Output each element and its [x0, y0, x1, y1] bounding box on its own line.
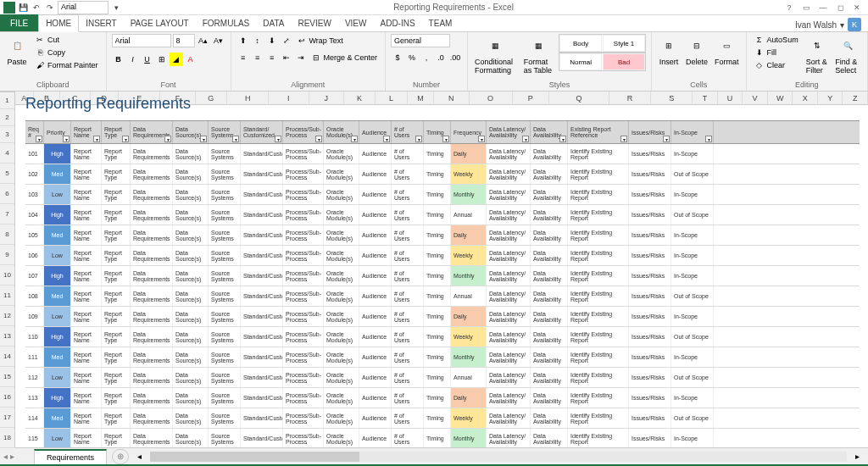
- undo-button[interactable]: ↶: [31, 2, 42, 14]
- cell[interactable]: Data Source(s): [173, 408, 209, 428]
- border-button[interactable]: ⊞: [155, 53, 169, 66]
- filter-icon[interactable]: ▾: [315, 136, 322, 142]
- cell[interactable]: Data Requirements: [131, 408, 173, 428]
- cell[interactable]: Source Systems: [209, 266, 241, 286]
- cell[interactable]: Oracle Module(s): [324, 205, 359, 225]
- cell[interactable]: 103: [25, 185, 44, 204]
- cell[interactable]: Standard/Customized: [241, 266, 283, 286]
- cell[interactable]: Oracle Module(s): [324, 246, 359, 265]
- col-header[interactable]: T: [693, 92, 718, 104]
- cell[interactable]: Audience: [359, 368, 392, 387]
- sheet-tab-requirements[interactable]: Requirements: [34, 449, 107, 464]
- filter-icon[interactable]: ▾: [705, 136, 712, 142]
- cell[interactable]: Timing: [424, 185, 451, 204]
- cell[interactable]: Process/Sub-Process: [283, 327, 324, 347]
- filter-icon[interactable]: ▾: [522, 136, 529, 142]
- cell[interactable]: Timing: [424, 205, 451, 225]
- cell[interactable]: Data Requirements: [131, 164, 173, 184]
- sort-filter-button[interactable]: ⇅Sort & Filter: [804, 34, 831, 76]
- cell[interactable]: Low: [44, 307, 71, 326]
- cell[interactable]: Standard/Customized: [241, 144, 283, 164]
- cell[interactable]: Identify Existing Report: [568, 388, 629, 408]
- cell[interactable]: Data Availability: [531, 368, 568, 387]
- row-header[interactable]: 10: [0, 265, 14, 286]
- cell[interactable]: Timing: [424, 164, 451, 184]
- cell[interactable]: Issues/Risks: [629, 388, 671, 408]
- row-header[interactable]: 3: [0, 126, 14, 143]
- cell[interactable]: High: [44, 205, 71, 225]
- cell[interactable]: Data Latency/ Availability: [487, 307, 531, 326]
- cell[interactable]: Identify Existing Report: [568, 144, 629, 164]
- currency-icon[interactable]: $: [391, 51, 404, 64]
- cell[interactable]: # of Users: [392, 225, 424, 245]
- cell[interactable]: Process/Sub-Process: [283, 368, 324, 387]
- cell[interactable]: Audience: [359, 307, 392, 326]
- cell[interactable]: Report Type: [102, 347, 131, 367]
- cell[interactable]: Daily: [451, 388, 487, 408]
- cell[interactable]: Oracle Module(s): [324, 429, 359, 447]
- align-bottom-icon[interactable]: ⬇: [265, 34, 279, 47]
- tab-formulas[interactable]: FORMULAS: [196, 15, 257, 31]
- cell[interactable]: 101: [25, 144, 44, 164]
- cell[interactable]: Issues/Risks: [629, 327, 671, 347]
- column-header[interactable]: Report Type▾: [102, 121, 131, 143]
- cell[interactable]: Identify Existing Report: [568, 205, 629, 225]
- cell[interactable]: Data Latency/ Availability: [487, 327, 531, 347]
- cell[interactable]: Report Type: [102, 307, 131, 326]
- cell[interactable]: Data Source(s): [173, 286, 209, 306]
- col-header[interactable]: X: [793, 92, 818, 104]
- cell[interactable]: Oracle Module(s): [324, 327, 359, 347]
- cell[interactable]: Identify Existing Report: [568, 185, 629, 204]
- style-body[interactable]: Body: [559, 35, 602, 52]
- cell[interactable]: 113: [25, 388, 44, 408]
- column-header[interactable]: Data Source(s)▾: [173, 121, 209, 143]
- cell[interactable]: Data Availability: [531, 388, 568, 408]
- cell[interactable]: Audience: [359, 246, 392, 265]
- cell[interactable]: Monthly: [451, 266, 487, 286]
- cell[interactable]: Issues/Risks: [629, 164, 671, 184]
- cell[interactable]: High: [44, 266, 71, 286]
- cell[interactable]: # of Users: [392, 286, 424, 306]
- cell[interactable]: Process/Sub-Process: [283, 286, 324, 306]
- cell[interactable]: Audience: [359, 266, 392, 286]
- cell[interactable]: Source Systems: [209, 429, 241, 447]
- cell[interactable]: Weekly: [451, 327, 487, 347]
- cell-styles-gallery[interactable]: Body Style 1: [559, 34, 646, 53]
- cell[interactable]: Audience: [359, 286, 392, 306]
- column-header[interactable]: Oracle Module(s)▾: [324, 121, 359, 143]
- cell[interactable]: Issues/Risks: [629, 205, 671, 225]
- cell[interactable]: # of Users: [392, 347, 424, 367]
- cell[interactable]: Timing: [424, 347, 451, 367]
- wrap-text-button[interactable]: ↩Wrap Text: [294, 34, 346, 47]
- font-color-button[interactable]: A: [184, 53, 198, 66]
- cell[interactable]: Standard/Customized: [241, 225, 283, 245]
- decrease-font-icon[interactable]: A▾: [212, 34, 225, 47]
- cell[interactable]: Audience: [359, 185, 392, 204]
- cell[interactable]: Oracle Module(s): [324, 286, 359, 306]
- cell[interactable]: Identify Existing Report: [568, 327, 629, 347]
- cell[interactable]: Report Name: [71, 205, 102, 225]
- filter-icon[interactable]: ▾: [383, 136, 390, 142]
- filter-icon[interactable]: ▾: [232, 136, 239, 142]
- cell[interactable]: Oracle Module(s): [324, 164, 359, 184]
- cell[interactable]: High: [44, 327, 71, 347]
- cell[interactable]: Data Source(s): [173, 307, 209, 326]
- cell[interactable]: Timing: [424, 327, 451, 347]
- column-header[interactable]: Standard/ Customized▾: [241, 121, 283, 143]
- delete-cells-button[interactable]: ⊟Delete: [684, 34, 709, 68]
- scroll-thumb[interactable]: [150, 452, 359, 462]
- cell[interactable]: Source Systems: [209, 225, 241, 245]
- style-1[interactable]: Style 1: [603, 35, 645, 52]
- cell[interactable]: Data Availability: [531, 205, 568, 225]
- cell[interactable]: 106: [25, 246, 44, 265]
- cell[interactable]: Data Latency/ Availability: [487, 429, 531, 447]
- filter-icon[interactable]: ▾: [559, 136, 566, 142]
- cell[interactable]: Data Source(s): [173, 164, 209, 184]
- tab-data[interactable]: DATA: [256, 15, 291, 31]
- cell[interactable]: Timing: [424, 225, 451, 245]
- cell[interactable]: Monthly: [451, 185, 487, 204]
- row-header[interactable]: 14: [0, 347, 14, 367]
- cell[interactable]: Source Systems: [209, 368, 241, 387]
- cell[interactable]: In-Scope: [671, 429, 714, 447]
- filter-icon[interactable]: ▾: [351, 136, 358, 142]
